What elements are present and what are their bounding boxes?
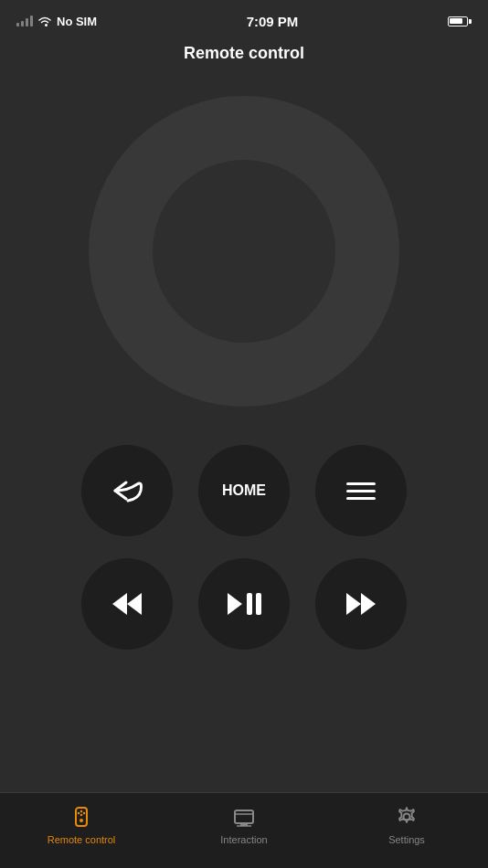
control-row-1: HOME [0, 434, 488, 547]
tab-interaction[interactable]: Interaction [163, 804, 325, 845]
svg-rect-13 [235, 810, 253, 823]
trackpad-ring[interactable] [89, 96, 399, 407]
home-label: HOME [222, 482, 266, 499]
status-time: 7:09 PM [247, 14, 299, 29]
status-right [448, 16, 472, 26]
battery-icon [448, 16, 472, 26]
playpause-icon [224, 591, 264, 617]
page-title: Remote control [0, 37, 488, 78]
tab-remote-control[interactable]: Remote control [0, 804, 163, 845]
carrier-label: No SIM [57, 15, 97, 28]
status-bar: No SIM 7:09 PM [0, 0, 488, 37]
menu-button[interactable] [315, 445, 407, 536]
menu-icon [346, 482, 376, 500]
svg-rect-4 [256, 593, 261, 615]
fastforward-button[interactable] [315, 558, 407, 650]
settings-icon [394, 804, 419, 830]
rewind-button[interactable] [81, 558, 173, 650]
playpause-button[interactable] [198, 558, 290, 650]
svg-rect-3 [247, 593, 252, 615]
tab-bar: Remote control Interaction Settings [0, 792, 488, 868]
trackpad-inner[interactable] [153, 160, 335, 343]
remote-control-icon [69, 804, 94, 830]
svg-marker-0 [127, 593, 142, 615]
status-left: No SIM [16, 15, 97, 28]
signal-bars-icon [16, 16, 33, 26]
fastforward-icon [341, 591, 381, 617]
tab-remote-control-label: Remote control [48, 834, 116, 845]
back-arrow-icon [110, 477, 144, 504]
rewind-icon [107, 591, 147, 617]
tab-settings[interactable]: Settings [325, 804, 488, 845]
svg-marker-1 [112, 593, 127, 615]
wifi-icon [37, 16, 52, 27]
tab-interaction-label: Interaction [220, 834, 267, 845]
svg-point-8 [80, 819, 83, 822]
trackpad-area[interactable] [0, 78, 488, 434]
back-button[interactable] [81, 445, 173, 536]
tab-settings-label: Settings [388, 834, 425, 845]
svg-marker-6 [361, 593, 376, 615]
interaction-icon [231, 804, 257, 830]
control-row-2 [0, 547, 488, 661]
home-button[interactable]: HOME [198, 445, 290, 536]
svg-marker-2 [228, 593, 242, 615]
svg-marker-5 [346, 593, 361, 615]
